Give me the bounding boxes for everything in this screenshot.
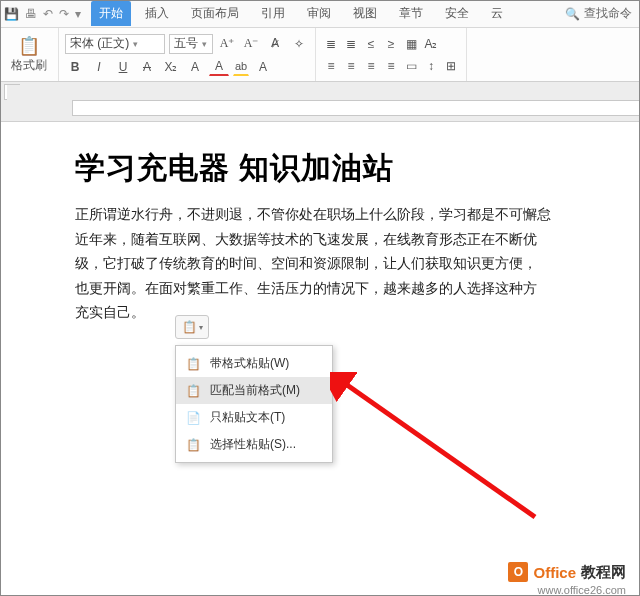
paste-icon: 📋 xyxy=(18,35,40,57)
char-bg-button[interactable]: A xyxy=(253,58,273,76)
shading-button[interactable]: ▭ xyxy=(402,57,420,75)
doc-title: 学习充电器 知识加油站 xyxy=(75,148,625,189)
style-button[interactable]: ✧ xyxy=(289,35,309,53)
font-size-select[interactable]: 五号▾ xyxy=(169,34,213,54)
paste-special[interactable]: 📋 选择性粘贴(S)... xyxy=(176,431,332,458)
tab-insert[interactable]: 插入 xyxy=(137,1,177,26)
clipboard-format-icon: 📋 xyxy=(186,357,202,371)
borders-button[interactable]: ⊞ xyxy=(442,57,460,75)
tab-start[interactable]: 开始 xyxy=(91,1,131,26)
clipboard-icon: 📋 xyxy=(182,320,197,334)
menu-item-label: 选择性粘贴(S)... xyxy=(210,436,296,453)
undo-icon[interactable]: ↶ xyxy=(43,7,53,21)
bullets-button[interactable]: ≣ xyxy=(322,35,340,53)
line-spacing-button[interactable]: ↕ xyxy=(422,57,440,75)
watermark-brand: Office xyxy=(533,564,576,581)
ab-button[interactable]: A₂ xyxy=(422,35,440,53)
document-page: 学习充电器 知识加油站 正所谓逆水行舟，不进则退，不管你处在职场上什么阶段，学习… xyxy=(65,128,635,558)
highlight-button[interactable]: ab xyxy=(233,58,249,76)
clipboard-match-icon: 📋 xyxy=(186,384,202,398)
ruler-area xyxy=(0,82,640,122)
search-label: 查找命令 xyxy=(584,5,632,22)
font-color-button[interactable]: A xyxy=(209,58,229,76)
tab-chapter[interactable]: 章节 xyxy=(391,1,431,26)
paragraph-line: 正所谓逆水行舟，不进则退，不管你处在职场上什么阶段，学习都是不可懈怠 xyxy=(75,203,625,228)
format-brush-button[interactable]: 📋 格式刷 xyxy=(6,35,52,74)
font-group: 宋体 (正文)▾ 五号▾ A⁺ A⁻ A̷ ✧ B I U A X₂ A A a… xyxy=(59,28,316,81)
chevron-down-icon: ▾ xyxy=(199,323,203,332)
watermark-url: www.office26.com xyxy=(538,584,626,596)
watermark-logo: O xyxy=(508,562,528,582)
paste-options-button[interactable]: 📋 ▾ xyxy=(175,315,209,339)
paste-options-menu: 📋 带格式粘贴(W) 📋 匹配当前格式(M) 📄 只粘贴文本(T) 📋 选择性粘… xyxy=(175,345,333,463)
ribbon: 📋 格式刷 宋体 (正文)▾ 五号▾ A⁺ A⁻ A̷ ✧ B I U A X₂… xyxy=(0,28,640,82)
align-justify-button[interactable]: ≡ xyxy=(382,57,400,75)
paste-text-only[interactable]: 📄 只粘贴文本(T) xyxy=(176,404,332,431)
format-brush-label: 格式刷 xyxy=(11,57,47,74)
search-command[interactable]: 🔍 查找命令 xyxy=(565,5,640,22)
tab-safety[interactable]: 安全 xyxy=(437,1,477,26)
ribbon-tabs: 开始 插入 页面布局 引用 审阅 视图 章节 安全 云 xyxy=(91,1,511,26)
tab-view[interactable]: 视图 xyxy=(345,1,385,26)
clear-format-button[interactable]: A̷ xyxy=(265,35,285,53)
grow-font-button[interactable]: A⁺ xyxy=(217,35,237,53)
paragraph-group: ≣ ≣ ≤ ≥ ▦ A₂ ≡ ≡ ≡ ≡ ▭ ↕ ⊞ xyxy=(316,28,467,81)
watermark-text: 教程网 xyxy=(581,563,626,582)
tab-reference[interactable]: 引用 xyxy=(253,1,293,26)
paste-options: 📋 ▾ 📋 带格式粘贴(W) 📋 匹配当前格式(M) 📄 只粘贴文本(T) 📋 … xyxy=(175,315,333,463)
paragraph-line: 级，它打破了传统教育的时间、空间和资源限制，让人们获取知识更方便， xyxy=(75,252,625,277)
underline-button[interactable]: U xyxy=(113,58,133,76)
tab-yun[interactable]: 云 xyxy=(483,1,511,26)
paragraph-line: 也更开阔。在面对繁重工作、生活压力的情况下，越来越多的人选择这种方 xyxy=(75,277,625,302)
clipboard-group: 📋 格式刷 xyxy=(0,28,59,81)
style-grid-button[interactable]: ▦ xyxy=(402,35,420,53)
indent-dec-button[interactable]: ≤ xyxy=(362,35,380,53)
horizontal-ruler[interactable] xyxy=(72,100,640,116)
tab-layout[interactable]: 页面布局 xyxy=(183,1,247,26)
print-icon[interactable]: 🖶 xyxy=(25,7,37,21)
align-center-button[interactable]: ≡ xyxy=(342,57,360,75)
align-left-button[interactable]: ≡ xyxy=(322,57,340,75)
paste-match-format[interactable]: 📋 匹配当前格式(M) xyxy=(176,377,332,404)
save-icon[interactable]: 💾 xyxy=(4,7,19,21)
doc-body: 正所谓逆水行舟，不进则退，不管你处在职场上什么阶段，学习都是不可懈怠 近年来，随… xyxy=(75,203,625,326)
italic-button[interactable]: I xyxy=(89,58,109,76)
strike-button[interactable]: A xyxy=(137,58,157,76)
paragraph-line: 近年来，随着互联网、大数据等技术的飞速发展，在线教育形态正在不断优 xyxy=(75,228,625,253)
quick-access-toolbar: 💾 🖶 ↶ ↷ ▾ xyxy=(4,7,81,21)
menu-item-label: 带格式粘贴(W) xyxy=(210,355,289,372)
bold-button[interactable]: B xyxy=(65,58,85,76)
redo-icon[interactable]: ↷ xyxy=(59,7,69,21)
qat-more-icon[interactable]: ▾ xyxy=(75,7,81,21)
shrink-font-button[interactable]: A⁻ xyxy=(241,35,261,53)
paste-with-format[interactable]: 📋 带格式粘贴(W) xyxy=(176,350,332,377)
menu-item-label: 匹配当前格式(M) xyxy=(210,382,300,399)
superscript-button[interactable]: A xyxy=(185,58,205,76)
clipboard-special-icon: 📋 xyxy=(186,438,202,452)
subscript-button[interactable]: X₂ xyxy=(161,58,181,76)
search-icon: 🔍 xyxy=(565,7,580,21)
clipboard-text-icon: 📄 xyxy=(186,411,202,425)
menu-item-label: 只粘贴文本(T) xyxy=(210,409,285,426)
align-right-button[interactable]: ≡ xyxy=(362,57,380,75)
watermark: O Office 教程网 xyxy=(508,562,626,582)
font-name-select[interactable]: 宋体 (正文)▾ xyxy=(65,34,165,54)
paragraph-line: 充实自己。 xyxy=(75,301,625,326)
tab-review[interactable]: 审阅 xyxy=(299,1,339,26)
menu-tab-bar: 💾 🖶 ↶ ↷ ▾ 开始 插入 页面布局 引用 审阅 视图 章节 安全 云 🔍 … xyxy=(0,0,640,28)
numbering-button[interactable]: ≣ xyxy=(342,35,360,53)
indent-inc-button[interactable]: ≥ xyxy=(382,35,400,53)
